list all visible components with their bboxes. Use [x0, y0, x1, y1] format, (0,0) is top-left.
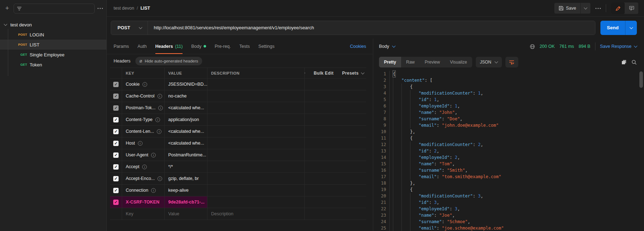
description-cell[interactable]	[208, 173, 305, 184]
checkbox[interactable]: ✓	[113, 188, 119, 193]
response-time[interactable]: 761 ms	[559, 44, 574, 49]
value-cell[interactable]: gzip, deflate, br	[165, 173, 208, 184]
key-input[interactable]: Key	[122, 208, 165, 220]
tab-body[interactable]: Body	[191, 39, 206, 54]
description-cell[interactable]	[208, 90, 305, 102]
save-button[interactable]: Save	[554, 3, 581, 14]
sidebar-search-input[interactable]	[14, 4, 95, 14]
value-cell[interactable]: <calculated whe...	[165, 102, 208, 114]
view-tab-pretty[interactable]: Pretty	[379, 57, 401, 67]
value-cell[interactable]: <calculated whe...	[165, 137, 208, 149]
tab-auth[interactable]: Auth	[138, 39, 147, 54]
value-cell[interactable]: application/json	[165, 114, 208, 125]
presets-dropdown[interactable]: Presets	[342, 71, 364, 76]
description-cell[interactable]	[208, 102, 305, 114]
copy-icon[interactable]	[621, 60, 626, 65]
sidebar-item-token[interactable]: GETToken	[0, 60, 106, 70]
sidebar-item-single-employee[interactable]: GETSingle Employee	[0, 50, 106, 60]
status-badge[interactable]: 200 OK	[540, 44, 555, 49]
response-size[interactable]: 894 B	[579, 44, 590, 49]
tab-tests[interactable]: Tests	[239, 39, 250, 54]
checkbox[interactable]: ✓	[113, 200, 119, 205]
value-input[interactable]: Value	[165, 208, 208, 220]
key-cell[interactable]: Cache-Controli	[122, 90, 165, 102]
sidebar-item-login[interactable]: POSTLOGIN	[0, 30, 106, 40]
description-cell[interactable]	[208, 185, 305, 196]
key-cell[interactable]: User-Agenti	[122, 149, 165, 161]
key-cell[interactable]: Hosti	[122, 137, 165, 149]
info-icon[interactable]: i	[155, 117, 160, 122]
checkbox[interactable]: ✓	[113, 105, 119, 111]
value-cell[interactable]: 9de28afd-cb71-...	[165, 196, 208, 208]
search-icon[interactable]	[631, 60, 637, 65]
send-button[interactable]: Send	[600, 21, 625, 35]
checkbox[interactable]: ✓	[113, 129, 119, 134]
tab-headers[interactable]: Headers(11)	[155, 39, 183, 54]
view-tab-visualize[interactable]: Visualize	[445, 57, 472, 67]
view-tab-raw[interactable]: Raw	[401, 57, 420, 67]
info-icon[interactable]: i	[158, 176, 162, 181]
value-cell[interactable]: PostmanRuntime...	[165, 149, 208, 161]
key-cell[interactable]: X-CSRF-TOKEN	[122, 196, 165, 208]
value-cell[interactable]: no-cache	[165, 90, 208, 102]
description-cell[interactable]	[208, 79, 305, 90]
save-options-button[interactable]	[580, 3, 590, 14]
view-tab-preview[interactable]: Preview	[420, 57, 445, 67]
key-cell[interactable]: Connectioni	[122, 185, 165, 196]
sidebar-more-icon[interactable]	[98, 8, 103, 9]
checkbox[interactable]: ✓	[113, 152, 119, 158]
key-cell[interactable]: Accept-Enco...i	[122, 173, 165, 184]
bulk-edit-button[interactable]: Bulk Edit	[314, 71, 334, 76]
info-icon[interactable]: i	[157, 129, 161, 134]
table-more-icon[interactable]	[305, 72, 305, 74]
key-cell[interactable]: Postman-Tok...i	[122, 102, 165, 114]
info-icon[interactable]: i	[143, 82, 147, 87]
wrap-lines-button[interactable]	[505, 57, 518, 67]
key-cell[interactable]: Content-Len...i	[122, 126, 165, 137]
info-icon[interactable]: i	[138, 141, 143, 146]
info-icon[interactable]: i	[151, 188, 156, 193]
description-cell[interactable]	[208, 149, 305, 161]
key-cell[interactable]: Cookiei	[122, 79, 165, 90]
checkbox[interactable]: ✓	[113, 141, 119, 146]
description-cell[interactable]	[208, 114, 305, 125]
value-cell[interactable]: */*	[165, 161, 208, 172]
tab-settings[interactable]: Settings	[258, 39, 274, 54]
format-dropdown[interactable]: JSON	[476, 57, 502, 67]
tab-params[interactable]: Params	[114, 39, 129, 54]
response-body-viewer[interactable]: 1{2"content": [3{4"modificationCounter":…	[373, 70, 644, 231]
key-cell[interactable]: Accepti	[122, 161, 165, 172]
method-dropdown[interactable]: POST	[111, 21, 148, 35]
description-cell[interactable]	[208, 161, 305, 172]
hide-autogenerated-button[interactable]: ø Hide auto-generated headers	[135, 57, 202, 65]
info-icon[interactable]: i	[158, 94, 162, 99]
value-cell[interactable]: JSESSIONID=BD...	[165, 79, 208, 90]
response-body-dropdown[interactable]: Body	[379, 44, 395, 49]
edit-mode-button[interactable]	[611, 2, 625, 14]
network-globe-icon[interactable]	[530, 44, 535, 49]
save-response-button[interactable]: Save Response	[600, 44, 637, 49]
scrollbar-thumb[interactable]	[639, 71, 643, 88]
request-more-icon[interactable]	[595, 8, 601, 9]
checkbox[interactable]: ✓	[113, 176, 119, 181]
value-cell[interactable]: <calculated whe...	[165, 126, 208, 137]
checkbox[interactable]: ✓	[113, 117, 119, 122]
cookies-link[interactable]: Cookies	[350, 44, 366, 49]
checkbox[interactable]: ✓	[113, 82, 119, 87]
tab-prereq[interactable]: Pre-req.	[215, 39, 231, 54]
checkbox[interactable]: ✓	[113, 164, 119, 170]
new-collection-button[interactable]: +	[4, 5, 11, 12]
info-icon[interactable]: i	[158, 106, 163, 110]
description-cell[interactable]	[208, 196, 305, 208]
value-cell[interactable]: keep-alive	[165, 185, 208, 196]
description-cell[interactable]	[208, 126, 305, 137]
collection-test-devon[interactable]: test devon	[0, 20, 106, 30]
info-icon[interactable]: i	[142, 165, 147, 169]
comments-button[interactable]	[625, 2, 638, 14]
description-cell[interactable]	[208, 137, 305, 149]
description-input[interactable]: Description	[208, 208, 305, 220]
send-options-button[interactable]	[625, 21, 637, 35]
info-icon[interactable]: i	[151, 153, 156, 157]
breadcrumb-collection[interactable]: test devon	[114, 6, 134, 11]
sidebar-item-list[interactable]: POSTLIST	[0, 40, 106, 50]
